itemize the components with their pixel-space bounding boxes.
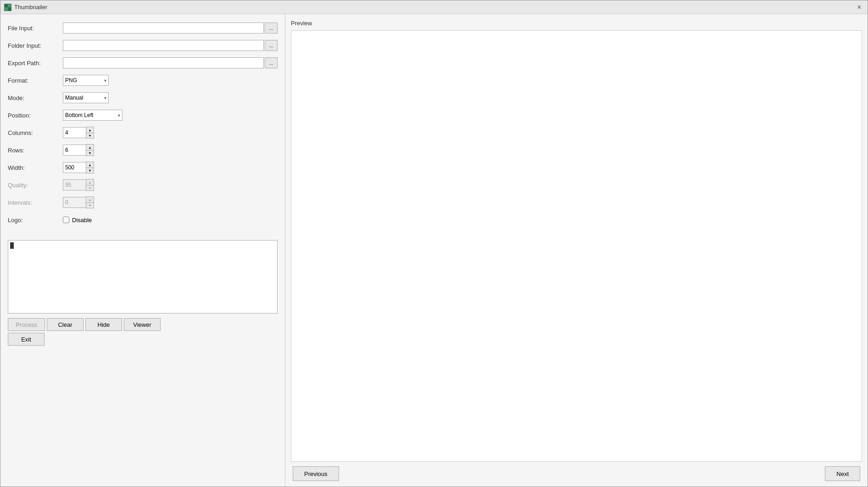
title-bar: Thumbnailer × <box>0 0 868 14</box>
columns-spinner: ▲ ▼ <box>63 127 94 139</box>
format-select-wrapper: PNG JPG BMP GIF <box>63 75 109 86</box>
intervals-row: Intervals: ▲ ▼ <box>8 196 278 209</box>
export-path-input[interactable] <box>63 57 264 68</box>
rows-spinner-buttons: ▲ ▼ <box>86 144 94 156</box>
process-button[interactable]: Process <box>8 318 45 331</box>
rows-up-button[interactable]: ▲ <box>86 145 94 150</box>
close-button[interactable]: × <box>855 3 864 12</box>
app-icon <box>4 4 11 11</box>
quality-up-button: ▲ <box>86 179 94 185</box>
hide-button[interactable]: Hide <box>85 318 122 331</box>
width-label: Width: <box>8 164 63 171</box>
mode-select-wrapper: Manual Auto <box>63 92 109 103</box>
left-panel: File Input: ... Folder Input: ... <box>0 14 285 487</box>
width-row: Width: ▲ ▼ <box>8 161 278 174</box>
window-title: Thumbnailer <box>14 4 47 11</box>
position-select-wrapper: Bottom Left Bottom Right Top Left Top Ri… <box>63 110 122 121</box>
columns-label: Columns: <box>8 129 63 136</box>
rows-input[interactable] <box>63 145 86 156</box>
file-browse-button[interactable]: ... <box>265 22 278 34</box>
mode-label: Mode: <box>8 95 63 101</box>
quality-spinner: ▲ ▼ <box>63 179 94 191</box>
folder-browse-button[interactable]: ... <box>265 40 278 51</box>
export-path-label: Export Path: <box>8 60 63 67</box>
columns-row: Columns: ▲ ▼ <box>8 126 278 139</box>
log-area <box>8 240 278 313</box>
position-label: Position: <box>8 112 63 119</box>
export-browse-button[interactable]: ... <box>265 57 278 68</box>
width-up-button[interactable]: ▲ <box>86 162 94 168</box>
logo-checkbox-group: Disable <box>63 217 92 224</box>
quality-row: Quality: ▲ ▼ <box>8 179 278 191</box>
intervals-spinner: ▲ ▼ <box>63 196 94 208</box>
logo-label: Logo: <box>8 217 63 224</box>
quality-down-button: ▼ <box>86 185 94 190</box>
main-window: Thumbnailer × File Input: ... Folder Inp… <box>0 0 868 487</box>
right-panel: Preview Previous Next <box>285 14 868 487</box>
intervals-down-button: ▼ <box>86 202 94 208</box>
rows-down-button[interactable]: ▼ <box>86 150 94 156</box>
columns-spinner-buttons: ▲ ▼ <box>86 127 94 139</box>
folder-input-row: Folder Input: ... <box>8 39 278 52</box>
position-row: Position: Bottom Left Bottom Right Top L… <box>8 109 278 122</box>
intervals-input <box>63 197 86 208</box>
width-input[interactable] <box>63 162 86 173</box>
preview-navigation: Previous Next <box>291 466 862 481</box>
intervals-up-button: ▲ <box>86 197 94 202</box>
export-path-row: Export Path: ... <box>8 56 278 69</box>
title-bar-left: Thumbnailer <box>4 4 47 11</box>
file-input-row: File Input: ... <box>8 22 278 34</box>
svg-rect-0 <box>5 4 8 7</box>
exit-button[interactable]: Exit <box>8 333 45 346</box>
logo-disable-checkbox[interactable] <box>63 217 69 223</box>
intervals-label: Intervals: <box>8 199 63 206</box>
intervals-spinner-buttons: ▲ ▼ <box>86 196 94 208</box>
columns-input[interactable] <box>63 127 86 138</box>
rows-spinner: ▲ ▼ <box>63 144 94 156</box>
columns-up-button[interactable]: ▲ <box>86 127 94 133</box>
action-buttons-row2: Exit <box>8 333 278 346</box>
format-select[interactable]: PNG JPG BMP GIF <box>63 75 109 86</box>
quality-spinner-buttons: ▲ ▼ <box>86 179 94 191</box>
logo-row: Logo: Disable <box>8 213 278 226</box>
action-buttons-row1: Process Clear Hide Viewer <box>8 318 278 331</box>
viewer-button[interactable]: Viewer <box>124 318 161 331</box>
preview-area <box>291 30 862 462</box>
file-input-group: ... <box>63 22 278 34</box>
svg-rect-3 <box>5 7 8 11</box>
width-spinner-buttons: ▲ ▼ <box>86 162 94 174</box>
content-area: File Input: ... Folder Input: ... <box>0 14 868 487</box>
form-section: File Input: ... Folder Input: ... <box>8 22 278 227</box>
rows-label: Rows: <box>8 147 63 154</box>
width-spinner: ▲ ▼ <box>63 162 94 174</box>
file-input-label: File Input: <box>8 25 63 32</box>
folder-input-label: Folder Input: <box>8 42 63 49</box>
folder-input[interactable] <box>63 40 264 51</box>
columns-down-button[interactable]: ▼ <box>86 133 94 138</box>
logo-disable-label: Disable <box>72 217 92 224</box>
preview-label: Preview <box>291 20 862 27</box>
quality-input <box>63 179 86 190</box>
next-button[interactable]: Next <box>825 466 860 481</box>
mode-row: Mode: Manual Auto <box>8 91 278 104</box>
format-row: Format: PNG JPG BMP GIF <box>8 74 278 87</box>
folder-input-group: ... <box>63 40 278 51</box>
rows-row: Rows: ▲ ▼ <box>8 144 278 157</box>
mode-select[interactable]: Manual Auto <box>63 92 109 103</box>
quality-label: Quality: <box>8 182 63 189</box>
export-path-group: ... <box>63 57 278 68</box>
previous-button[interactable]: Previous <box>293 466 339 481</box>
format-label: Format: <box>8 77 63 84</box>
log-cursor <box>10 242 14 249</box>
file-input[interactable] <box>63 22 264 34</box>
svg-rect-2 <box>8 4 11 7</box>
width-down-button[interactable]: ▼ <box>86 168 94 173</box>
clear-button[interactable]: Clear <box>47 318 83 331</box>
position-select[interactable]: Bottom Left Bottom Right Top Left Top Ri… <box>63 110 122 121</box>
svg-rect-1 <box>8 7 11 11</box>
